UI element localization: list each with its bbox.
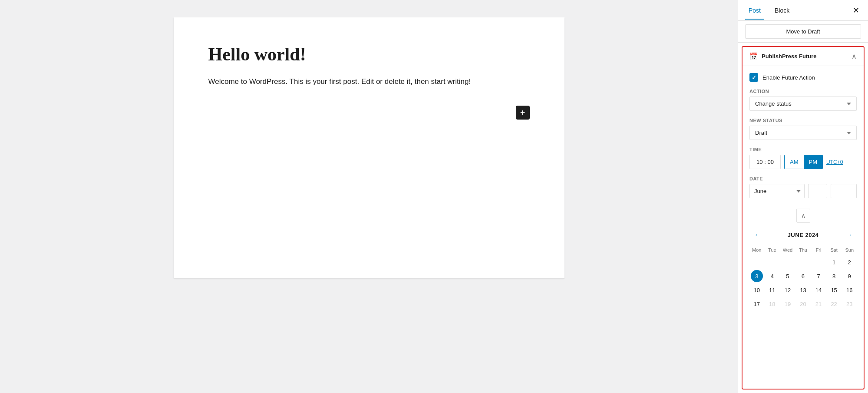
cal-day-2[interactable]: 2: [843, 256, 855, 268]
month-select[interactable]: JanuaryFebruaryMarch AprilMayJune JulyAu…: [749, 184, 805, 198]
publishpress-panel: 📅 PublishPress Future ∧ Enable Future Ac…: [742, 46, 865, 390]
cal-day-empty-1: [751, 256, 763, 268]
cal-day-20[interactable]: 20: [797, 298, 809, 310]
cal-day-16[interactable]: 16: [843, 284, 855, 296]
calendar-header: ← JUNE 2024 →: [749, 230, 857, 240]
pm-button[interactable]: PM: [804, 155, 823, 169]
cal-day-6[interactable]: 6: [797, 270, 809, 282]
status-section: NEW STATUS Draft Published Private: [749, 118, 857, 140]
add-block-button[interactable]: +: [516, 106, 530, 120]
date-section: DATE JanuaryFebruaryMarch AprilMayJune J…: [749, 176, 857, 198]
cal-day-5[interactable]: 5: [782, 270, 794, 282]
panel-title-text: PublishPress Future: [762, 53, 816, 60]
cal-day-22[interactable]: 22: [828, 298, 840, 310]
cal-day-8[interactable]: 8: [828, 270, 840, 282]
panel-body: Enable Future Action ACTION Change statu…: [743, 66, 864, 319]
dow-wed: Wed: [780, 246, 795, 254]
dow-fri: Fri: [811, 246, 826, 254]
cal-day-empty-3: [782, 256, 794, 268]
sidebar: Post Block ✕ Move to Draft 📅 PublishPres…: [738, 0, 868, 393]
calendar-week-3: 10 11 12 13 14 15 16: [749, 284, 857, 296]
date-row: JanuaryFebruaryMarch AprilMayJune JulyAu…: [749, 184, 857, 198]
date-label: DATE: [749, 176, 857, 181]
post-title[interactable]: Hello world!: [208, 43, 530, 65]
tab-post[interactable]: Post: [745, 2, 764, 19]
day-input[interactable]: 03: [808, 184, 827, 198]
cal-day-14[interactable]: 14: [812, 284, 825, 296]
year-input[interactable]: 2024: [831, 184, 857, 198]
cal-day-empty-5: [812, 256, 825, 268]
panel-header: 📅 PublishPress Future ∧: [743, 47, 864, 66]
calendar: ← JUNE 2024 → Mon Tue Wed Thu Fri: [749, 230, 857, 310]
cal-day-21[interactable]: 21: [812, 298, 825, 310]
cal-day-4[interactable]: 4: [766, 270, 778, 282]
cal-day-13[interactable]: 13: [797, 284, 809, 296]
cal-day-11[interactable]: 11: [766, 284, 778, 296]
sidebar-tabs: Post Block ✕: [738, 0, 868, 21]
post-body[interactable]: Welcome to WordPress. This is your first…: [208, 76, 530, 88]
time-section: TIME AM PM UTC+0: [749, 147, 857, 169]
status-select[interactable]: Draft Published Private: [749, 126, 857, 140]
dow-sat: Sat: [827, 246, 842, 254]
cal-day-9[interactable]: 9: [843, 270, 855, 282]
action-section: ACTION Change status Delete Trash: [749, 89, 857, 111]
chevron-right-icon: →: [845, 230, 852, 239]
cal-day-12[interactable]: 12: [782, 284, 794, 296]
status-label: NEW STATUS: [749, 118, 857, 123]
enable-checkbox[interactable]: [749, 73, 758, 82]
chevron-left-icon: ←: [754, 230, 762, 239]
prev-month-button[interactable]: ←: [751, 230, 764, 240]
calendar-title: JUNE 2024: [788, 232, 819, 238]
collapse-row: ∧: [749, 205, 857, 226]
calendar-week-1: 1 2: [749, 256, 857, 268]
dow-sun: Sun: [842, 246, 857, 254]
editor-area: Hello world! Welcome to WordPress. This …: [0, 0, 738, 393]
enable-label: Enable Future Action: [762, 74, 815, 81]
cal-day-18[interactable]: 18: [766, 298, 778, 310]
cal-day-7[interactable]: 7: [812, 270, 825, 282]
am-button[interactable]: AM: [785, 155, 804, 169]
calendar-week-2: 3 4 5 6 7 8 9: [749, 270, 857, 282]
time-label: TIME: [749, 147, 857, 152]
calendar-week-4: 17 18 19 20 21 22 23: [749, 298, 857, 310]
panel-title: 📅 PublishPress Future: [749, 52, 816, 60]
close-button[interactable]: ✕: [851, 4, 861, 17]
calendar-grid: Mon Tue Wed Thu Fri Sat Sun: [749, 246, 857, 310]
dow-tue: Tue: [765, 246, 780, 254]
am-pm-group: AM PM: [784, 155, 823, 169]
action-label: ACTION: [749, 89, 857, 94]
cal-day-19[interactable]: 19: [782, 298, 794, 310]
cal-day-3[interactable]: 3: [751, 270, 763, 282]
move-to-draft-button[interactable]: Move to Draft: [745, 24, 861, 39]
cal-day-empty-4: [797, 256, 809, 268]
move-to-draft-area: Move to Draft: [738, 21, 868, 43]
dow-thu: Thu: [796, 246, 811, 254]
cal-day-empty-2: [766, 256, 778, 268]
enable-row: Enable Future Action: [749, 73, 857, 82]
dow-mon: Mon: [749, 246, 764, 254]
cal-day-15[interactable]: 15: [828, 284, 840, 296]
calendar-icon: 📅: [749, 52, 758, 60]
next-month-button[interactable]: →: [842, 230, 855, 240]
time-input[interactable]: [749, 155, 781, 169]
cal-day-17[interactable]: 17: [751, 298, 763, 310]
cal-day-1[interactable]: 1: [828, 256, 840, 268]
chevron-up-icon: ∧: [801, 212, 805, 219]
time-row: AM PM UTC+0: [749, 155, 857, 169]
tab-block[interactable]: Block: [771, 2, 793, 19]
cal-day-10[interactable]: 10: [751, 284, 763, 296]
calendar-header-row: Mon Tue Wed Thu Fri Sat Sun: [749, 246, 857, 254]
collapse-button[interactable]: ∧: [796, 209, 810, 223]
panel-toggle-button[interactable]: ∧: [851, 52, 857, 60]
cal-day-23[interactable]: 23: [843, 298, 855, 310]
action-select[interactable]: Change status Delete Trash: [749, 97, 857, 111]
utc-link[interactable]: UTC+0: [826, 159, 843, 165]
editor-content: Hello world! Welcome to WordPress. This …: [174, 17, 564, 278]
